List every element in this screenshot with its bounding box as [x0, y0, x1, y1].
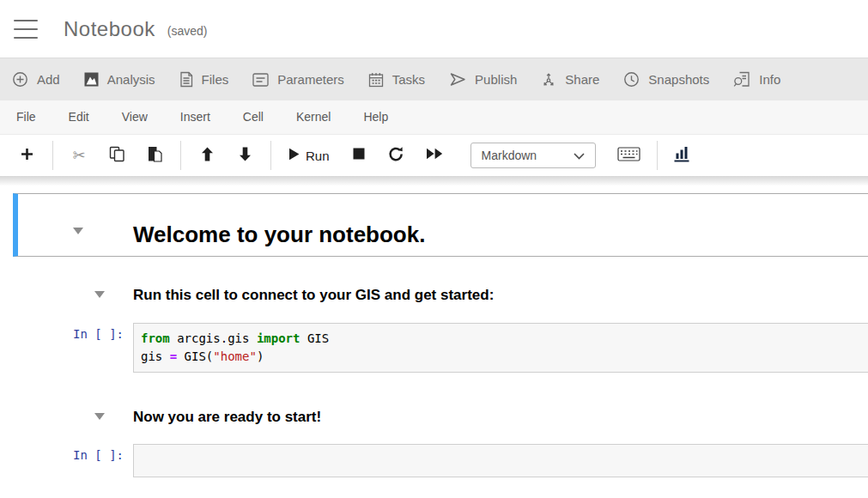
app-toolbar-item-share[interactable]: Share [529, 58, 611, 100]
interrupt-kernel-button[interactable] [349, 148, 368, 163]
app-toolbar-item-label: Info [759, 72, 780, 87]
markdown-cell[interactable]: Run this cell to connect to your GIS and… [0, 288, 868, 303]
publish-icon [449, 72, 466, 87]
chart-pane-button[interactable] [674, 145, 693, 166]
files-icon [179, 71, 193, 88]
toolbar-separator [270, 141, 271, 170]
app-toolbar-item-files[interactable]: Files [167, 58, 241, 100]
menu-item-kernel[interactable]: Kernel [280, 100, 347, 134]
cell-type-dropdown[interactable]: Markdown [470, 143, 596, 168]
code-input-area[interactable]: from arcgis.gis import GIS gis = GIS("ho… [133, 323, 868, 373]
code-line: gis = GIS("home") [141, 348, 861, 366]
app-toolbar-item-label: Share [565, 72, 599, 87]
app-toolbar-item-label: Tasks [392, 72, 425, 87]
cell-gutter [0, 410, 133, 425]
cell-gutter: In [ ]: [0, 444, 133, 477]
move-cell-up-button[interactable] [197, 147, 216, 165]
app-header: Notebook (saved) [0, 0, 868, 58]
run-button[interactable]: Run [288, 148, 330, 164]
notebook-area: Welcome to your notebook. Run this cell … [0, 193, 868, 477]
app-toolbar-item-analysis[interactable]: Analysis [72, 58, 167, 100]
input-prompt: In [ ]: [0, 323, 133, 341]
restart-kernel-button[interactable] [387, 146, 406, 166]
arrow-up-icon [201, 147, 214, 165]
collapse-caret-icon[interactable] [94, 291, 105, 298]
restart-run-all-button[interactable] [425, 148, 444, 163]
cell-gutter: In [ ]: [0, 323, 133, 373]
notebook-menu-bar: FileEditViewInsertCellKernelHelp [0, 100, 868, 135]
paste-cells-button[interactable] [145, 146, 164, 166]
cell-heading: Welcome to your notebook. [133, 222, 425, 248]
share-icon [541, 71, 556, 88]
app-toolbar-item-label: Files [202, 72, 229, 87]
input-prompt: In [ ]: [0, 444, 133, 462]
menu-item-edit[interactable]: Edit [52, 100, 106, 134]
info-icon [733, 71, 750, 88]
code-input-area[interactable] [133, 444, 868, 477]
menu-item-help[interactable]: Help [347, 100, 404, 134]
code-line: from arcgis.gis import GIS [141, 330, 861, 348]
hamburger-menu-icon[interactable] [0, 20, 52, 39]
copy-icon [109, 146, 125, 166]
menu-item-file[interactable]: File [0, 100, 52, 134]
arrow-down-icon [239, 147, 252, 165]
app-toolbar-item-tasks[interactable]: Tasks [356, 58, 437, 100]
parameters-icon [252, 73, 269, 87]
command-palette-button[interactable] [617, 147, 640, 165]
page-title: Notebook [64, 17, 155, 41]
code-cell: In [ ]: from arcgis.gis import GIS gis =… [0, 323, 868, 373]
tasks-icon [368, 72, 384, 88]
toolbar-separator [657, 141, 658, 170]
app-toolbar-item-label: Publish [475, 72, 517, 87]
scissors-icon: ✂ [72, 148, 85, 163]
app-toolbar: AddAnalysisFilesParametersTasksPublishSh… [0, 58, 868, 100]
collapse-caret-icon[interactable] [73, 228, 83, 234]
markdown-cell-selected[interactable]: Welcome to your notebook. [13, 193, 868, 257]
app-toolbar-item-info[interactable]: Info [721, 58, 792, 100]
cell-type-value: Markdown [482, 149, 537, 162]
snapshots-icon [623, 71, 640, 88]
toolbar-separator [52, 141, 53, 170]
plus-icon [21, 148, 33, 164]
save-status: (saved) [167, 24, 208, 38]
collapse-caret-icon[interactable] [94, 413, 105, 420]
keyboard-icon [617, 147, 640, 165]
bar-chart-icon [674, 145, 692, 166]
app-toolbar-item-label: Add [37, 72, 60, 87]
app-toolbar-item-publish[interactable]: Publish [437, 58, 529, 100]
cell-gutter [0, 288, 133, 303]
run-button-label: Run [306, 149, 330, 163]
cell-heading: Run this cell to connect to your GIS and… [133, 288, 494, 303]
insert-cell-button[interactable] [17, 148, 36, 164]
analysis-icon [84, 72, 99, 87]
app-toolbar-item-label: Parameters [277, 72, 344, 87]
code-cell: In [ ]: [0, 444, 868, 477]
stop-icon [353, 148, 365, 163]
app-toolbar-item-parameters[interactable]: Parameters [240, 58, 356, 100]
run-toolbar: ✂ Run Markdown [0, 135, 868, 176]
chevron-down-icon [574, 148, 585, 163]
add-icon [12, 71, 28, 88]
play-icon [288, 148, 300, 164]
toolbar-shadow [0, 176, 868, 185]
app-toolbar-item-label: Analysis [107, 72, 155, 87]
app-toolbar-item-snapshots[interactable]: Snapshots [611, 58, 721, 100]
app-toolbar-item-label: Snapshots [648, 72, 709, 87]
restart-icon [388, 146, 404, 166]
fast-forward-icon [426, 148, 443, 163]
menu-item-cell[interactable]: Cell [227, 100, 280, 134]
cell-heading: Now you are ready to start! [133, 410, 321, 425]
paste-icon [148, 146, 162, 166]
menu-item-view[interactable]: View [106, 100, 164, 134]
app-toolbar-item-add[interactable]: Add [0, 58, 72, 100]
move-cell-down-button[interactable] [235, 147, 254, 165]
markdown-cell[interactable]: Now you are ready to start! [0, 410, 868, 425]
copy-cells-button[interactable] [107, 146, 126, 166]
cut-cells-button[interactable]: ✂ [70, 148, 88, 163]
toolbar-separator [180, 141, 181, 170]
menu-item-insert[interactable]: Insert [164, 100, 227, 134]
